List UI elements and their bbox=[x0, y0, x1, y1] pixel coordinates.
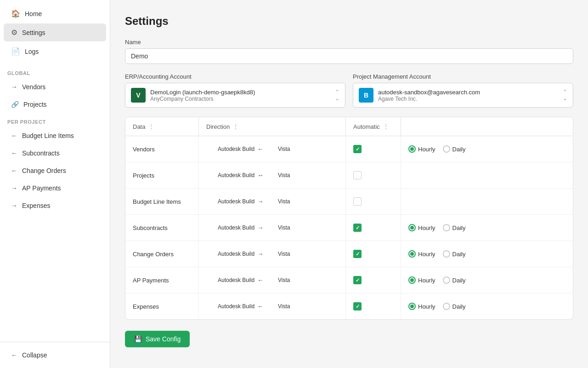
check-icon-4: ✓ bbox=[356, 277, 360, 283]
vendors-hourly-radio[interactable] bbox=[408, 145, 416, 153]
erp-account-selector[interactable]: V DemoLogin (launch-demo-gsaepk8kd8) Any… bbox=[125, 83, 345, 108]
cell-change-orders-direction: B Autodesk Build → V Vista bbox=[199, 241, 346, 267]
expenses-from-badge: B Autodesk Build bbox=[206, 302, 254, 311]
cell-expenses-direction: B Autodesk Build ← V Vista bbox=[199, 293, 346, 319]
change-orders-daily-radio[interactable] bbox=[443, 250, 450, 258]
ap-payments-hourly-radio[interactable] bbox=[408, 276, 416, 284]
sidebar-item-home[interactable]: 🏠 Home bbox=[4, 5, 106, 23]
budget-checkbox[interactable] bbox=[353, 197, 362, 206]
budget-from-label: Autodesk Build bbox=[218, 198, 254, 205]
cell-projects-direction: B Autodesk Build ↔ V Vista bbox=[199, 162, 346, 188]
cell-budget-automatic[interactable] bbox=[346, 189, 401, 214]
save-config-label: Save Config bbox=[146, 335, 181, 343]
table-row: Vendors B Autodesk Build ← V Vista ✓ bbox=[125, 136, 573, 162]
cell-ap-payments-automatic[interactable]: ✓ bbox=[346, 267, 401, 293]
change-orders-daily-option[interactable]: Daily bbox=[443, 250, 466, 258]
ap-payments-hourly-option[interactable]: Hourly bbox=[408, 276, 435, 284]
subcontracts-hourly-option[interactable]: Hourly bbox=[408, 224, 435, 231]
ap-payments-hourly-radio-inner bbox=[410, 278, 414, 282]
sidebar: 🏠 Home ⚙ Settings 📄 Logs GLOBAL → Vendor… bbox=[0, 0, 110, 368]
table-row: Change Orders B Autodesk Build → V Vista… bbox=[125, 241, 573, 267]
budget-arrow-icon: → bbox=[257, 198, 264, 205]
budget-from-badge: B Autodesk Build bbox=[206, 197, 254, 206]
table-row: Subcontracts B Autodesk Build → V Vista … bbox=[125, 215, 573, 241]
sidebar-item-expenses[interactable]: → Expenses bbox=[4, 197, 106, 214]
cell-subcontracts-automatic[interactable]: ✓ bbox=[346, 215, 401, 241]
ap-payments-checkbox[interactable]: ✓ bbox=[353, 276, 362, 284]
sidebar-projects-label: Projects bbox=[23, 101, 47, 108]
budget-to-label: Vista bbox=[278, 198, 290, 205]
subcontracts-checkbox[interactable]: ✓ bbox=[353, 224, 362, 232]
subcontracts-daily-radio[interactable] bbox=[443, 224, 450, 231]
change-orders-daily-label: Daily bbox=[452, 251, 466, 258]
automatic-column-options-icon[interactable]: ⋮ bbox=[383, 123, 389, 130]
vista-v-icon: V bbox=[266, 144, 276, 154]
vendors-daily-radio[interactable] bbox=[443, 145, 450, 153]
subcontracts-from-label: Autodesk Build bbox=[218, 224, 254, 231]
cell-change-orders-data: Change Orders bbox=[125, 241, 199, 267]
expenses-daily-radio[interactable] bbox=[443, 303, 450, 310]
sidebar-item-settings[interactable]: ⚙ Settings bbox=[4, 23, 106, 41]
expenses-checkbox[interactable]: ✓ bbox=[353, 302, 362, 310]
sidebar-settings-label: Settings bbox=[22, 29, 45, 36]
expenses-hourly-radio[interactable] bbox=[408, 303, 416, 310]
sidebar-change-orders-label: Change Orders bbox=[22, 167, 66, 174]
cell-ap-payments-direction: B Autodesk Build ← V Vista bbox=[199, 267, 346, 293]
direction-column-options-icon[interactable]: ⋮ bbox=[232, 123, 239, 130]
collapse-label: Collapse bbox=[22, 351, 47, 359]
main-content: Settings Name ERP/Accounting Account V D… bbox=[110, 0, 588, 368]
cell-projects-automatic[interactable] bbox=[346, 162, 401, 188]
data-table: Data ⋮ Direction ⋮ Automatic ⋮ Vendors B bbox=[125, 117, 573, 320]
cell-expenses-automatic[interactable]: ✓ bbox=[346, 293, 401, 319]
data-column-options-icon[interactable]: ⋮ bbox=[148, 123, 154, 130]
link-icon: 🔗 bbox=[11, 101, 19, 108]
change-orders-to-badge: V Vista bbox=[266, 249, 290, 259]
subcontracts-from-badge: B Autodesk Build bbox=[206, 223, 254, 232]
table-row: Budget Line Items B Autodesk Build → V V… bbox=[125, 189, 573, 215]
sidebar-item-logs[interactable]: 📄 Logs bbox=[4, 42, 106, 60]
arrow-right-icon: → bbox=[11, 83, 17, 91]
expenses-daily-option[interactable]: Daily bbox=[443, 303, 466, 310]
subcontracts-hourly-radio[interactable] bbox=[408, 224, 416, 231]
subcontracts-daily-option[interactable]: Daily bbox=[443, 224, 466, 231]
expenses-hourly-label: Hourly bbox=[418, 303, 435, 310]
sidebar-item-projects[interactable]: 🔗 Projects bbox=[4, 96, 106, 113]
gear-icon: ⚙ bbox=[11, 28, 17, 37]
change-orders-checkbox[interactable]: ✓ bbox=[353, 250, 362, 258]
expenses-to-label: Vista bbox=[278, 303, 290, 310]
vendors-hourly-option[interactable]: Hourly bbox=[408, 145, 435, 153]
sidebar-item-budget-line-items[interactable]: ← Budget Line Items bbox=[4, 127, 106, 144]
check-icon-2: ✓ bbox=[356, 225, 360, 231]
sidebar-item-subcontracts[interactable]: ← Subcontracts bbox=[4, 145, 106, 161]
change-orders-hourly-option[interactable]: Hourly bbox=[408, 250, 435, 258]
save-config-button[interactable]: 💾 Save Config bbox=[125, 331, 190, 347]
ap-payments-daily-radio[interactable] bbox=[443, 276, 450, 284]
name-input[interactable] bbox=[125, 48, 573, 64]
vendors-daily-option[interactable]: Daily bbox=[443, 145, 466, 153]
vista-logo: V bbox=[131, 88, 146, 103]
sidebar-collapse-button[interactable]: ← Collapse bbox=[4, 347, 106, 363]
cell-ap-payments-frequency: Hourly Daily bbox=[401, 267, 573, 293]
sidebar-ap-payments-label: AP Payments bbox=[22, 184, 61, 192]
cell-change-orders-automatic[interactable]: ✓ bbox=[346, 241, 401, 267]
vendors-checkbox[interactable]: ✓ bbox=[353, 145, 362, 153]
sidebar-item-ap-payments[interactable]: → AP Payments bbox=[4, 180, 106, 196]
arrow-left-icon: ← bbox=[11, 132, 17, 139]
table-row: Expenses B Autodesk Build ← V Vista ✓ bbox=[125, 293, 573, 319]
erp-account-name: DemoLogin (launch-demo-gsaepk8kd8) bbox=[150, 89, 330, 96]
projects-checkbox[interactable] bbox=[353, 171, 362, 179]
row-label-ap-payments: AP Payments bbox=[133, 277, 169, 284]
vista-v-icon-4: V bbox=[266, 223, 276, 232]
cell-ap-payments-data: AP Payments bbox=[125, 267, 199, 293]
page-title: Settings bbox=[125, 15, 573, 28]
cell-vendors-automatic[interactable]: ✓ bbox=[346, 136, 401, 162]
pm-account-selector[interactable]: B autodesk-sandbox@agavesearch.com Agave… bbox=[353, 83, 573, 108]
header-data: Data ⋮ bbox=[125, 117, 199, 136]
cell-expenses-data: Expenses bbox=[125, 293, 199, 319]
change-orders-hourly-radio[interactable] bbox=[408, 250, 416, 258]
sidebar-item-change-orders[interactable]: ← Change Orders bbox=[4, 162, 106, 179]
sidebar-item-vendors[interactable]: → Vendors bbox=[4, 79, 106, 95]
ap-payments-daily-option[interactable]: Daily bbox=[443, 276, 466, 284]
change-orders-from-badge: B Autodesk Build bbox=[206, 249, 254, 259]
expenses-hourly-option[interactable]: Hourly bbox=[408, 303, 435, 310]
